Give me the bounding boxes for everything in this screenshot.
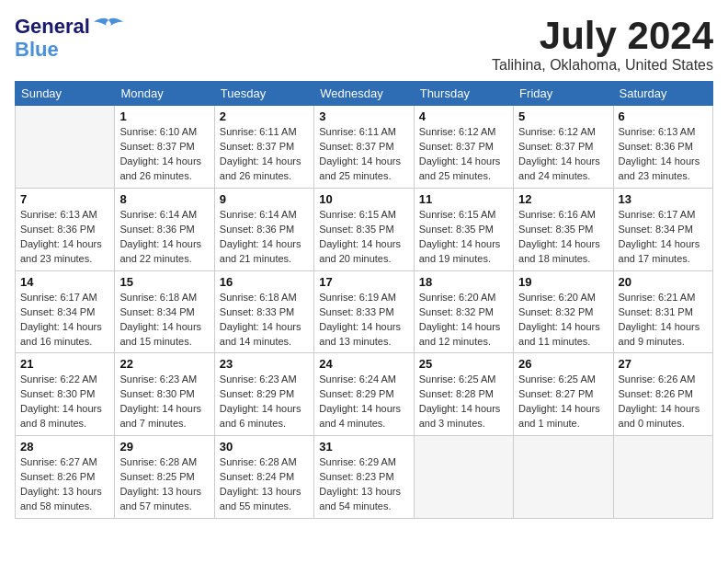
calendar-cell: 6Sunrise: 6:13 AM Sunset: 8:36 PM Daylig…: [613, 106, 712, 189]
week-row-0: 1Sunrise: 6:10 AM Sunset: 8:37 PM Daylig…: [16, 106, 713, 189]
day-number: 12: [518, 192, 608, 206]
day-info: Sunrise: 6:12 AM Sunset: 8:37 PM Dayligh…: [518, 125, 608, 184]
day-number: 28: [20, 440, 109, 454]
day-number: 14: [20, 275, 109, 289]
day-number: 30: [220, 440, 309, 454]
calendar-cell: 31Sunrise: 6:29 AM Sunset: 8:23 PM Dayli…: [314, 436, 414, 519]
header-tuesday: Tuesday: [214, 82, 313, 106]
day-number: 20: [619, 275, 708, 289]
title-area: July 2024 Talihina, Oklahoma, United Sta…: [492, 15, 713, 74]
day-number: 19: [518, 275, 608, 289]
day-number: 23: [220, 357, 309, 371]
day-number: 17: [319, 275, 408, 289]
calendar-cell: 28Sunrise: 6:27 AM Sunset: 8:26 PM Dayli…: [16, 436, 115, 519]
calendar-cell: 22Sunrise: 6:23 AM Sunset: 8:30 PM Dayli…: [115, 353, 214, 436]
calendar-cell: 11Sunrise: 6:15 AM Sunset: 8:35 PM Dayli…: [414, 188, 513, 270]
day-number: 22: [119, 357, 209, 371]
calendar-cell: 27Sunrise: 6:26 AM Sunset: 8:26 PM Dayli…: [613, 353, 712, 436]
calendar-cell: [613, 436, 712, 519]
day-number: 29: [119, 440, 209, 454]
header-sunday: Sunday: [16, 82, 115, 106]
logo-blue-text: Blue: [15, 39, 59, 61]
day-number: 15: [119, 275, 209, 289]
day-info: Sunrise: 6:26 AM Sunset: 8:26 PM Dayligh…: [619, 373, 708, 431]
day-info: Sunrise: 6:20 AM Sunset: 8:32 PM Dayligh…: [518, 291, 608, 350]
day-info: Sunrise: 6:10 AM Sunset: 8:37 PM Dayligh…: [119, 125, 209, 184]
calendar-cell: 14Sunrise: 6:17 AM Sunset: 8:34 PM Dayli…: [16, 270, 115, 353]
calendar-cell: 3Sunrise: 6:11 AM Sunset: 8:37 PM Daylig…: [314, 106, 414, 189]
day-number: 11: [419, 192, 508, 206]
day-info: Sunrise: 6:17 AM Sunset: 8:34 PM Dayligh…: [619, 208, 708, 267]
calendar-cell: 29Sunrise: 6:28 AM Sunset: 8:25 PM Dayli…: [115, 436, 214, 519]
day-info: Sunrise: 6:28 AM Sunset: 8:25 PM Dayligh…: [119, 455, 209, 514]
day-number: 21: [20, 357, 109, 371]
calendar-cell: 19Sunrise: 6:20 AM Sunset: 8:32 PM Dayli…: [514, 270, 613, 353]
week-row-1: 7Sunrise: 6:13 AM Sunset: 8:36 PM Daylig…: [16, 188, 713, 270]
day-info: Sunrise: 6:11 AM Sunset: 8:37 PM Dayligh…: [220, 125, 309, 184]
calendar-cell: 24Sunrise: 6:24 AM Sunset: 8:29 PM Dayli…: [314, 353, 414, 436]
day-info: Sunrise: 6:29 AM Sunset: 8:23 PM Dayligh…: [319, 455, 408, 514]
day-number: 27: [619, 357, 708, 371]
day-number: 25: [419, 357, 508, 371]
day-info: Sunrise: 6:24 AM Sunset: 8:29 PM Dayligh…: [319, 373, 408, 431]
day-info: Sunrise: 6:18 AM Sunset: 8:34 PM Dayligh…: [119, 291, 209, 350]
calendar-cell: 8Sunrise: 6:14 AM Sunset: 8:36 PM Daylig…: [115, 188, 214, 270]
calendar-cell: 25Sunrise: 6:25 AM Sunset: 8:28 PM Dayli…: [414, 353, 513, 436]
calendar-cell: 12Sunrise: 6:16 AM Sunset: 8:35 PM Dayli…: [514, 188, 613, 270]
logo-text: General: [15, 16, 90, 38]
day-number: 6: [619, 109, 708, 123]
month-year-title: July 2024: [492, 15, 713, 57]
week-row-4: 28Sunrise: 6:27 AM Sunset: 8:26 PM Dayli…: [16, 436, 713, 519]
day-info: Sunrise: 6:17 AM Sunset: 8:34 PM Dayligh…: [20, 291, 109, 350]
day-info: Sunrise: 6:27 AM Sunset: 8:26 PM Dayligh…: [20, 455, 109, 514]
location-subtitle: Talihina, Oklahoma, United States: [492, 57, 713, 74]
day-number: 9: [220, 192, 309, 206]
day-info: Sunrise: 6:19 AM Sunset: 8:33 PM Dayligh…: [319, 291, 408, 350]
calendar-header-row: SundayMondayTuesdayWednesdayThursdayFrid…: [16, 82, 713, 106]
header-wednesday: Wednesday: [314, 82, 414, 106]
day-info: Sunrise: 6:14 AM Sunset: 8:36 PM Dayligh…: [220, 208, 309, 267]
day-number: 2: [220, 109, 309, 123]
calendar-cell: 16Sunrise: 6:18 AM Sunset: 8:33 PM Dayli…: [214, 270, 313, 353]
day-number: 7: [20, 192, 109, 206]
calendar-cell: 26Sunrise: 6:25 AM Sunset: 8:27 PM Dayli…: [514, 353, 613, 436]
day-info: Sunrise: 6:14 AM Sunset: 8:36 PM Dayligh…: [119, 208, 209, 267]
day-number: 31: [319, 440, 408, 454]
header-monday: Monday: [115, 82, 214, 106]
day-number: 4: [419, 109, 508, 123]
day-info: Sunrise: 6:21 AM Sunset: 8:31 PM Dayligh…: [619, 291, 708, 350]
day-number: 3: [319, 109, 408, 123]
day-number: 24: [319, 357, 408, 371]
day-info: Sunrise: 6:15 AM Sunset: 8:35 PM Dayligh…: [419, 208, 508, 267]
day-info: Sunrise: 6:28 AM Sunset: 8:24 PM Dayligh…: [220, 455, 309, 514]
day-info: Sunrise: 6:25 AM Sunset: 8:27 PM Dayligh…: [518, 373, 608, 431]
calendar-cell: 2Sunrise: 6:11 AM Sunset: 8:37 PM Daylig…: [214, 106, 313, 189]
calendar-cell: 21Sunrise: 6:22 AM Sunset: 8:30 PM Dayli…: [16, 353, 115, 436]
day-info: Sunrise: 6:12 AM Sunset: 8:37 PM Dayligh…: [419, 125, 508, 184]
header-saturday: Saturday: [613, 82, 712, 106]
day-number: 8: [119, 192, 209, 206]
day-info: Sunrise: 6:15 AM Sunset: 8:35 PM Dayligh…: [319, 208, 408, 267]
calendar-table: SundayMondayTuesdayWednesdayThursdayFrid…: [15, 81, 713, 519]
day-number: 13: [619, 192, 708, 206]
calendar-cell: 15Sunrise: 6:18 AM Sunset: 8:34 PM Dayli…: [115, 270, 214, 353]
week-row-3: 21Sunrise: 6:22 AM Sunset: 8:30 PM Dayli…: [16, 353, 713, 436]
header: General Blue July 2024 Talihina, Oklahom…: [15, 15, 713, 74]
calendar-cell: 23Sunrise: 6:23 AM Sunset: 8:29 PM Dayli…: [214, 353, 313, 436]
calendar-cell: [514, 436, 613, 519]
calendar-cell: 9Sunrise: 6:14 AM Sunset: 8:36 PM Daylig…: [214, 188, 313, 270]
calendar-cell: 30Sunrise: 6:28 AM Sunset: 8:24 PM Dayli…: [214, 436, 313, 519]
calendar-cell: 7Sunrise: 6:13 AM Sunset: 8:36 PM Daylig…: [16, 188, 115, 270]
calendar-cell: [414, 436, 513, 519]
day-info: Sunrise: 6:18 AM Sunset: 8:33 PM Dayligh…: [220, 291, 309, 350]
calendar-cell: 20Sunrise: 6:21 AM Sunset: 8:31 PM Dayli…: [613, 270, 712, 353]
calendar-cell: 1Sunrise: 6:10 AM Sunset: 8:37 PM Daylig…: [115, 106, 214, 189]
calendar-cell: 10Sunrise: 6:15 AM Sunset: 8:35 PM Dayli…: [314, 188, 414, 270]
day-number: 5: [518, 109, 608, 123]
day-number: 18: [419, 275, 508, 289]
day-info: Sunrise: 6:13 AM Sunset: 8:36 PM Dayligh…: [619, 125, 708, 184]
week-row-2: 14Sunrise: 6:17 AM Sunset: 8:34 PM Dayli…: [16, 270, 713, 353]
calendar-cell: [16, 106, 115, 189]
day-info: Sunrise: 6:23 AM Sunset: 8:30 PM Dayligh…: [119, 373, 209, 431]
calendar-cell: 5Sunrise: 6:12 AM Sunset: 8:37 PM Daylig…: [514, 106, 613, 189]
